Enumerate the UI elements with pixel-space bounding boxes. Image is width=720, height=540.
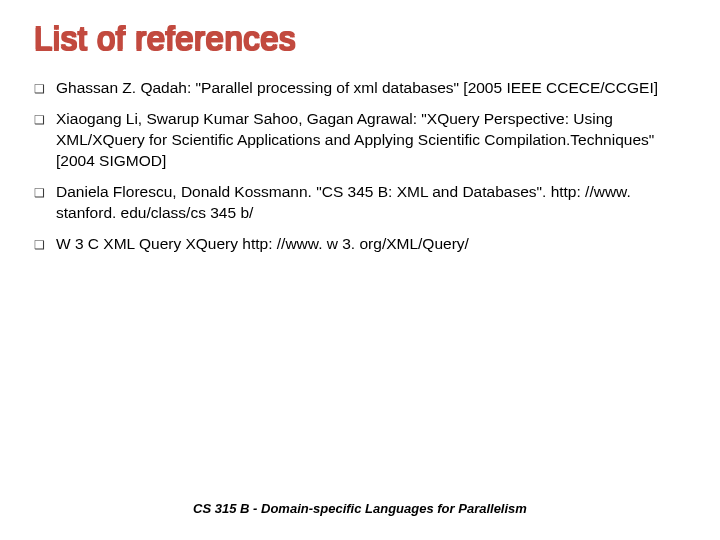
bullet-icon: ❑ (34, 237, 46, 253)
bullet-icon: ❑ (34, 185, 46, 201)
bullet-icon: ❑ (34, 81, 46, 97)
reference-list: ❑ Ghassan Z. Qadah: "Parallel processing… (34, 78, 680, 264)
slide-title: List of references (34, 20, 296, 58)
list-item: ❑ Xiaogang Li, Swarup Kumar Sahoo, Gagan… (34, 109, 680, 172)
reference-text: Daniela Florescu, Donald Kossmann. "CS 3… (56, 182, 680, 224)
list-item: ❑ W 3 C XML Query XQuery http: //www. w … (34, 234, 680, 255)
list-item: ❑ Ghassan Z. Qadah: "Parallel processing… (34, 78, 680, 99)
reference-text: Ghassan Z. Qadah: "Parallel processing o… (56, 78, 680, 99)
list-item: ❑ Daniela Florescu, Donald Kossmann. "CS… (34, 182, 680, 224)
bullet-icon: ❑ (34, 112, 46, 128)
title-text: List of references (34, 20, 296, 57)
slide: List of references ❑ Ghassan Z. Qadah: "… (0, 0, 720, 540)
slide-footer: CS 315 B - Domain-specific Languages for… (0, 501, 720, 516)
reference-text: Xiaogang Li, Swarup Kumar Sahoo, Gagan A… (56, 109, 680, 172)
reference-text: W 3 C XML Query XQuery http: //www. w 3.… (56, 234, 680, 255)
